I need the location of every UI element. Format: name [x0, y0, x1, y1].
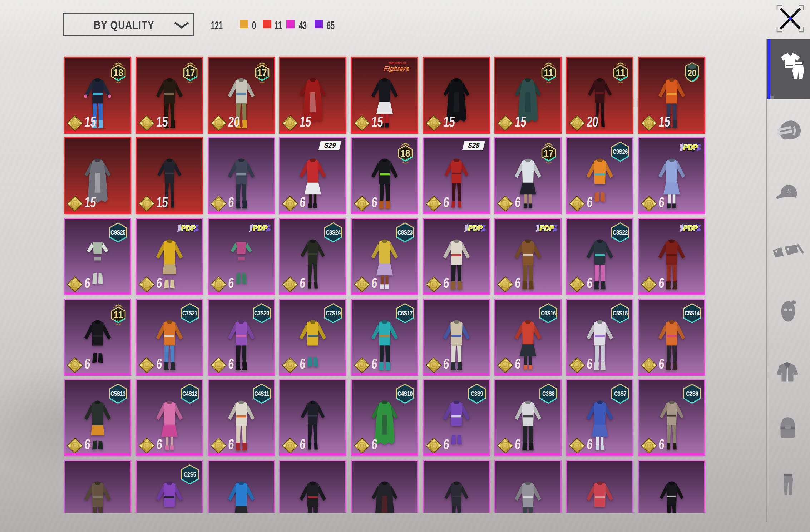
svg-text:Fighters: Fighters: [384, 65, 410, 72]
svg-text:C9S26: C9S26: [613, 148, 628, 155]
svg-text:C7S21: C7S21: [182, 310, 198, 316]
svg-text:C4S11: C4S11: [255, 390, 270, 397]
svg-text:C8S24: C8S24: [326, 229, 341, 236]
svg-text:C5S13: C5S13: [110, 390, 125, 397]
svg-text:11: 11: [616, 67, 625, 79]
svg-text:C4S10: C4S10: [397, 390, 413, 397]
svg-text:11: 11: [114, 309, 123, 321]
svg-text:C5S15: C5S15: [613, 310, 628, 316]
svg-text:C6S17: C6S17: [397, 310, 413, 316]
svg-text:PDP: PDP: [539, 224, 555, 232]
svg-text:C3S9: C3S9: [471, 390, 483, 397]
svg-text:17: 17: [257, 67, 267, 79]
svg-text:C8S23: C8S23: [397, 229, 413, 236]
svg-text:C6S16: C6S16: [541, 310, 556, 316]
svg-text:C3S8: C3S8: [542, 390, 554, 397]
svg-text:C3S7: C3S7: [614, 390, 626, 397]
svg-text:PDP: PDP: [468, 224, 483, 232]
svg-text:C2S6: C2S6: [686, 390, 698, 397]
svg-text:C7S20: C7S20: [254, 310, 269, 316]
svg-text:C8S22: C8S22: [613, 229, 628, 236]
svg-text:PDP: PDP: [253, 224, 268, 232]
svg-text:C2S5: C2S5: [184, 471, 196, 478]
svg-text:20: 20: [687, 68, 696, 78]
svg-text:C5S14: C5S14: [685, 310, 700, 316]
svg-text:18: 18: [113, 67, 123, 79]
svg-text:C7S19: C7S19: [326, 310, 341, 316]
svg-text:17: 17: [185, 67, 195, 79]
svg-text:17: 17: [544, 148, 553, 159]
svg-text:C4S12: C4S12: [182, 390, 197, 397]
svg-text:18: 18: [400, 148, 410, 159]
svg-text:PDP: PDP: [181, 224, 196, 232]
svg-text:11: 11: [544, 67, 553, 79]
svg-text:THE KING OF: THE KING OF: [388, 61, 407, 65]
svg-text:PDP: PDP: [683, 224, 698, 232]
svg-text:C9S25: C9S25: [110, 229, 126, 236]
svg-text:PDP: PDP: [683, 143, 698, 151]
